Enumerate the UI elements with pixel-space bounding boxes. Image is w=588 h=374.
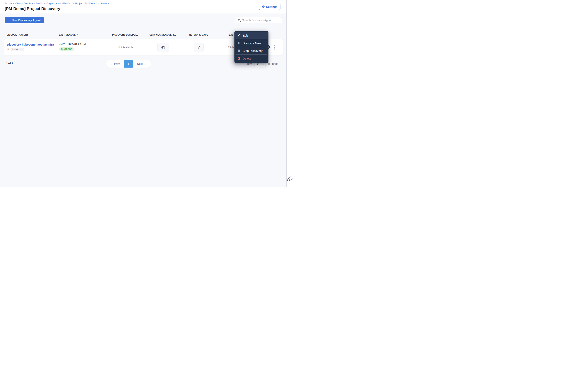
- arrow-right-icon: →: [144, 62, 147, 65]
- column-header-last-truncated: LAST: [229, 34, 235, 36]
- breadcrumb-organization-link[interactable]: Organization: PM-Org: [46, 2, 71, 5]
- menu-item-stop-discovery-label: Stop Discovery: [243, 49, 262, 52]
- menu-item-stop-discovery[interactable]: Stop Discovery: [235, 47, 268, 54]
- page-header: Account: Chaos Dev Team Prod2 › Organiza…: [0, 0, 286, 14]
- trash-icon: [237, 57, 240, 60]
- breadcrumb-project-link[interactable]: Project: PM-Demo: [75, 2, 96, 5]
- breadcrumb-account-link[interactable]: Account: Chaos Dev Team Prod2: [5, 2, 42, 5]
- agent-id: Id: kubeco...: [7, 48, 24, 51]
- right-strip: [286, 0, 294, 187]
- agent-id-value: kubeco...: [10, 48, 24, 51]
- chevron-right-icon: ›: [98, 2, 98, 5]
- help-chat-button[interactable]: [287, 176, 293, 182]
- network-maps-count: 7: [194, 43, 204, 52]
- page-1-button[interactable]: 1: [124, 60, 133, 68]
- next-page-button[interactable]: Next →: [133, 60, 151, 68]
- row-actions-kebab-button[interactable]: [272, 44, 277, 51]
- menu-item-edit[interactable]: Edit: [235, 32, 268, 39]
- pagination: ← Prev 1 Next →: [106, 60, 151, 68]
- column-header-discovery-schedule: DISCOVERY SCHEDULE: [112, 34, 138, 36]
- status-badge: SUCCESS: [59, 47, 74, 51]
- new-discovery-agent-button[interactable]: + New Discovery Agent: [5, 17, 44, 23]
- chevron-right-icon: ›: [73, 2, 74, 5]
- menu-item-edit-label: Edit: [243, 34, 248, 37]
- arrow-left-icon: ←: [110, 62, 113, 65]
- services-discovered-count: 49: [158, 43, 169, 52]
- column-header-last-discovery: LAST DISCOVERY: [59, 34, 79, 36]
- last-discovery-date: Jul 25, 2025 01:29 PM: [59, 43, 86, 46]
- popover-caret: [268, 45, 271, 50]
- chat-bubbles-icon: [287, 176, 293, 182]
- menu-item-delete-label: Delete: [243, 57, 251, 60]
- settings-button-label: Settings: [266, 5, 277, 9]
- pen-icon: [237, 34, 240, 37]
- discovery-agent-link[interactable]: Discovery kubeconchaosdayinfra: [7, 43, 54, 46]
- new-discovery-agent-label: New Discovery Agent: [11, 19, 41, 22]
- breadcrumb: Account: Chaos Dev Team Prod2 › Organiza…: [5, 2, 109, 5]
- breadcrumb-settings-link[interactable]: Settings: [100, 2, 109, 5]
- per-page-label: per page: [267, 62, 278, 65]
- search-input[interactable]: [242, 17, 281, 23]
- column-header-discovery-agent: DISCOVERY AGENT: [7, 34, 28, 36]
- column-header-services-discovered: SERVICES DISCOVERED: [149, 34, 177, 36]
- column-header-network-maps: NETWORK MAPS: [189, 34, 208, 36]
- page-summary: 1 of 1: [6, 62, 13, 65]
- menu-item-discover-now[interactable]: Discover Now: [235, 39, 268, 47]
- prev-label: Prev: [114, 62, 120, 65]
- page-title: [PM-Demo] Project Discovery: [5, 7, 60, 11]
- search-box: [236, 17, 282, 23]
- gear-icon: ⚙: [262, 5, 265, 9]
- chevron-right-icon: ›: [44, 2, 45, 5]
- menu-item-discover-now-label: Discover Now: [243, 42, 261, 45]
- stop-icon: [237, 50, 240, 52]
- project-discovery-page: Account: Chaos Dev Team Prod2 › Organiza…: [0, 0, 294, 187]
- vertical-divider: [286, 0, 286, 187]
- agent-id-label: Id:: [7, 48, 10, 51]
- settings-button[interactable]: ⚙ Settings: [259, 4, 280, 10]
- search-icon: [238, 19, 241, 22]
- row-actions-context-menu: Edit Discover Now Stop Discovery: [234, 31, 268, 63]
- discovery-schedule-value: Not Available: [114, 46, 137, 49]
- menu-item-delete[interactable]: Delete: [235, 55, 268, 62]
- plus-icon: +: [8, 18, 10, 22]
- play-icon: [237, 42, 240, 44]
- prev-page-button[interactable]: ← Prev: [106, 60, 124, 68]
- next-label: Next: [137, 62, 143, 65]
- chevron-down-icon: [262, 63, 264, 65]
